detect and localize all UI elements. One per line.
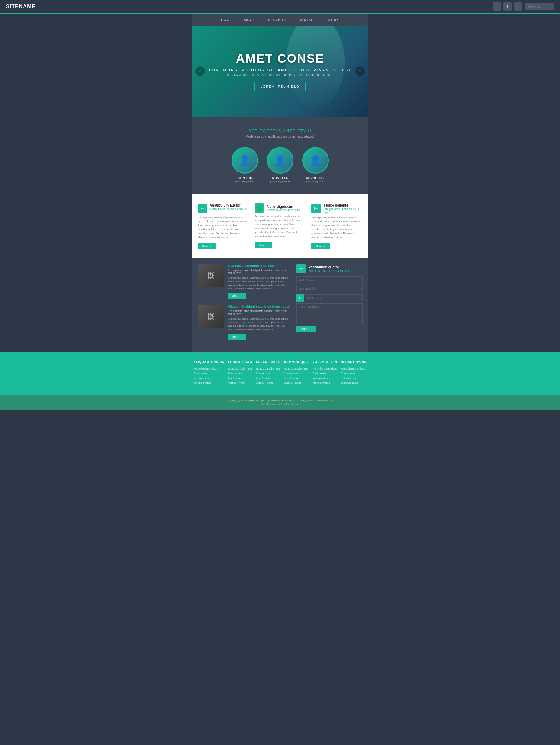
- footer-link-2-2[interactable]: trist Vivamus: [228, 377, 252, 380]
- footer-col-title-6: NECANT IPONS: [341, 360, 367, 364]
- hero-title: AMET CONSE: [209, 52, 351, 66]
- hero-section: ‹ AMET CONSE LOREM IPSUM DOLOR SIT AMET …: [192, 26, 368, 117]
- footer-link-2-3[interactable]: vestibul Prarse: [228, 381, 252, 384]
- nav-services[interactable]: SERVICES: [268, 18, 287, 22]
- footer-link-5-2[interactable]: trist Vivamus: [313, 377, 337, 380]
- team-heading: SED EGESTAS ANTE ETVIU: [198, 129, 363, 133]
- blog-content-1: Vivamus vestibulum nulla nec ante Sed eg…: [228, 264, 290, 299]
- blog-thumb-2: 🖼: [198, 305, 224, 328]
- team-grid: 👤 JOHN DOE your designation 👤 ROSETTA yo…: [198, 147, 363, 183]
- nav-home[interactable]: HOME: [221, 18, 232, 22]
- footer-link-6-2[interactable]: trist Vivamus: [341, 377, 367, 380]
- team-name-john: JOHN DOE: [236, 176, 253, 180]
- service-title-2: Nunc dignissim: [267, 204, 300, 208]
- team-name-rosetta: ROSETTA: [272, 176, 288, 180]
- footer-link-4-1[interactable]: Cras ornare: [284, 372, 309, 375]
- footer-link-5-3[interactable]: vestibul Prarse: [313, 381, 337, 384]
- kevin-avatar-icon: 👤: [310, 155, 321, 166]
- footer-link-5-0[interactable]: Nunc dignissim risus: [313, 367, 337, 370]
- service-more-button-3[interactable]: More →: [311, 243, 330, 249]
- hero-next-button[interactable]: ›: [355, 66, 365, 76]
- hero-tagline: NULLAM MALESUADA ERAT UT TURPIS SUSPENDI…: [209, 73, 351, 76]
- footer-link-1-3[interactable]: vestibul Prarse: [194, 381, 225, 384]
- footer-link-1-2[interactable]: trist Vivamus: [194, 377, 225, 380]
- contact-phone-input[interactable]: [304, 294, 363, 301]
- contact-subtitle: Morbi interdum mollis sapien ed: [309, 269, 350, 272]
- footer-grid: ALIQUAM TINCIDO Nunc dignissim risus Cra…: [192, 360, 368, 386]
- footer-link-6-1[interactable]: Cras ornare: [341, 372, 367, 375]
- contact-phone-row: 🏳: [296, 294, 363, 301]
- footer-link-3-3[interactable]: vestibul Prarse: [256, 381, 280, 384]
- facebook-icon[interactable]: f: [493, 2, 501, 10]
- team-subheading: Morbi interdum mollis sapien ed ac risus…: [198, 135, 363, 138]
- nav-work[interactable]: WORK: [328, 18, 339, 22]
- service-col-3: 🛏 Fusce pellente Integer vitae libero ac…: [311, 203, 362, 249]
- team-avatar-john: 👤: [231, 147, 258, 173]
- hero-subtitle: LOREM IPSUM DOLOR SIT AMET CONSE VIVAMUS…: [209, 68, 351, 72]
- service-col-2: 🌿 Nunc dignissim Vivamus vestibulum null…: [254, 203, 306, 249]
- contact-form: 🏳 Send →: [296, 276, 363, 332]
- footer-link-2-0[interactable]: Nunc dignissim risus: [228, 367, 252, 370]
- blog-post-2: 🖼 Aliquam tincidunt mauris eu risus kuoy…: [198, 305, 290, 340]
- hero-prev-button[interactable]: ‹: [195, 66, 205, 76]
- footer-col-title-4: COMMOD QUIS: [284, 360, 309, 364]
- team-role-john: your designation: [235, 180, 254, 183]
- hero-cta-button[interactable]: LOREM IPSUM DLO: [254, 82, 306, 91]
- team-role-rosetta: your designation: [270, 180, 289, 183]
- contact-name-input[interactable]: [296, 276, 363, 283]
- contact-column: ✏ Vestibulum auctor Morbi interdum molli…: [296, 264, 363, 346]
- service-title-3: Fusce pellente: [324, 203, 362, 207]
- footer-col-1: ALIQUAM TINCIDO Nunc dignissim risus Cra…: [194, 360, 225, 386]
- footer-link-1-0[interactable]: Nunc dignissim risus: [194, 367, 225, 370]
- footer-col-title-1: ALIQUAM TINCIDO: [194, 360, 225, 364]
- service-col-1: ✏ Vestibulum auctor Morbi interdum molli…: [198, 203, 249, 249]
- service-subtitle-3: Integer vitae libero ac risus ege: [324, 207, 362, 214]
- footer-link-6-0[interactable]: Nunc dignissim risus: [341, 367, 367, 370]
- service-subtitle-2: Vivamus vestibulum nulla: [267, 208, 300, 212]
- search-input[interactable]: [525, 3, 554, 10]
- hero-content: AMET CONSE LOREM IPSUM DOLOR SIT AMET CO…: [209, 52, 351, 91]
- footer-col-6: NECANT IPONS Nunc dignissim risus Cras o…: [341, 360, 367, 386]
- footer-link-6-3[interactable]: vestibul Prarse: [341, 381, 367, 384]
- footer-link-1-1[interactable]: Cras ornare: [194, 372, 225, 375]
- top-bar-right: f t in: [493, 2, 554, 10]
- nav-contact[interactable]: CONTACT: [299, 18, 316, 22]
- service-text-2: Sed egestas, ante et vulputate volutpat,…: [254, 215, 306, 238]
- service-icon-3: 🛏: [311, 204, 321, 213]
- blog-more-button-1[interactable]: More →: [228, 293, 246, 299]
- blog-title-2: Aliquam tincidunt mauris eu risus kuoyn: [228, 305, 290, 309]
- rosetta-avatar-icon: 👤: [274, 155, 286, 166]
- footer-link-4-2[interactable]: trist Vivamus: [284, 377, 309, 380]
- footer-link-3-2[interactable]: trist Vivamus: [256, 377, 280, 380]
- footer-link-4-0[interactable]: Nunc dignissim risus: [284, 367, 309, 370]
- service-titles-2: Nunc dignissim Vivamus vestibulum nulla: [267, 204, 300, 212]
- contact-message-input[interactable]: [296, 303, 363, 324]
- blog-more-button-2[interactable]: More →: [228, 334, 246, 340]
- footer-link-2-1[interactable]: Cras ornare: [228, 372, 252, 375]
- phone-flag-icon: 🏳: [296, 294, 304, 301]
- service-more-button-1[interactable]: More →: [198, 243, 216, 249]
- service-title-1: Vestibulum auctor: [210, 203, 249, 207]
- service-icon-2: 🌿: [254, 203, 264, 213]
- blog-content-2: Aliquam tincidunt mauris eu risus kuoyn …: [228, 305, 290, 340]
- blog-subtitle-2: Sed egestas, ante et vulputate volutpat,…: [228, 310, 290, 316]
- team-member-kevin: 👤 KEVIN DOE your designation: [302, 147, 329, 183]
- team-member-john: 👤 JOHN DOE your designation: [231, 147, 258, 183]
- service-icon-row-3: 🛏 Fusce pellente Integer vitae libero ac…: [311, 203, 362, 214]
- twitter-icon[interactable]: t: [503, 2, 512, 10]
- footer-link-3-0[interactable]: Nunc dignissim risus: [256, 367, 280, 370]
- contact-email-input[interactable]: [296, 285, 363, 292]
- team-section: SED EGESTAS ANTE ETVIU Morbi interdum mo…: [192, 117, 368, 194]
- footer-link-3-1[interactable]: Cras ornare: [256, 372, 280, 375]
- contact-send-button[interactable]: Send →: [296, 326, 316, 332]
- service-more-button-2[interactable]: More →: [254, 242, 273, 248]
- blog-text-1: Sed egestas, ante et vulputate volutpat,…: [228, 276, 290, 290]
- linkedin-icon[interactable]: in: [514, 2, 522, 10]
- footer-copyright: Copyright(c) website name. Designed by: …: [6, 399, 554, 401]
- contact-icon-row: ✏ Vestibulum auctor Morbi interdum molli…: [296, 264, 363, 273]
- footer-link-4-3[interactable]: vestibul Prarse: [284, 381, 309, 384]
- footer-link-5-1[interactable]: Cras ornare: [313, 372, 337, 375]
- footer-top: ALIQUAM TINCIDO Nunc dignissim risus Cra…: [0, 352, 560, 395]
- team-member-rosetta: 👤 ROSETTA your designation: [267, 147, 293, 183]
- nav-about[interactable]: ABOUT: [244, 18, 256, 22]
